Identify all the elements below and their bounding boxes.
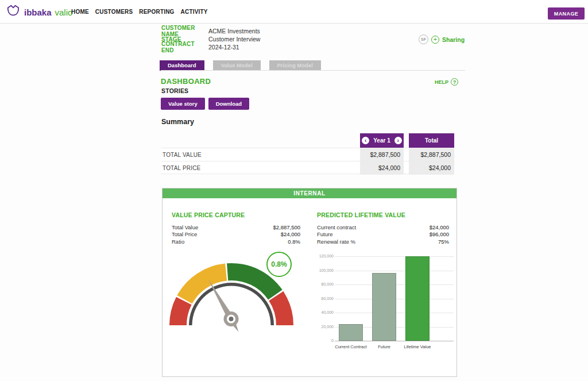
stat-ratio: Ratio 0.8% xyxy=(172,238,300,245)
customer-name-value: ACME Investments xyxy=(208,28,260,34)
stat-value: $24,000 xyxy=(430,224,449,230)
table-row-total-price: TOTAL PRICE $24,000 $24,000 xyxy=(161,161,454,174)
total-value-total: $2,887,500 xyxy=(409,148,454,161)
manage-button[interactable]: MANAGE xyxy=(548,7,585,20)
brand-name-ibbaka: ibbaka xyxy=(24,7,52,17)
help-control[interactable]: HELP ? xyxy=(435,78,458,86)
total-price-year1: $24,000 xyxy=(360,161,404,175)
value-price-capture-stats: Total Value $2,887,500 Total Price $24,0… xyxy=(172,224,300,245)
stat-label: Total Value xyxy=(172,224,198,230)
stat-label: Current contract xyxy=(317,224,356,230)
tab-dashboard[interactable]: Dashboard xyxy=(160,60,204,71)
stories-title: STORIES xyxy=(161,87,188,94)
y-axis-tick-label: 0 xyxy=(318,338,334,342)
stat-value: 0.8% xyxy=(288,238,300,245)
stat-label: Renewal rate % xyxy=(317,238,355,245)
story-buttons: Value story Download xyxy=(161,98,249,110)
gridline xyxy=(335,341,454,341)
y-axis-tick-label: 60,000 xyxy=(318,297,334,301)
contract-end-label: CONTRACT END xyxy=(161,41,208,53)
y-axis-tick-label: 40,000 xyxy=(318,310,334,314)
total-value-year1: $2,887,500 xyxy=(360,148,404,161)
predicted-lifetime-value-title: PREDICTED LIFETIME VALUE xyxy=(317,211,405,218)
contract-end-value: 2024-12-31 xyxy=(208,44,239,51)
gridline xyxy=(335,256,454,257)
stat-total-value: Total Value $2,887,500 xyxy=(172,224,300,231)
x-axis-category-label: Lifetime Value xyxy=(397,344,438,349)
stat-renewal-rate: Renewal rate % 75% xyxy=(317,238,449,245)
stage-value: Customer Interview xyxy=(208,36,260,43)
nav-activity[interactable]: ACTIVITY xyxy=(181,9,208,15)
total-value-label: TOTAL VALUE xyxy=(163,148,202,161)
brand-logo[interactable]: ibbaka valio xyxy=(6,4,72,20)
customer-info: CUSTOMER NAME ACME Investments STAGE Cus… xyxy=(161,27,260,51)
y-axis-tick-label: 120,000 xyxy=(318,254,334,258)
internal-banner: INTERNAL xyxy=(163,188,457,198)
nav-reporting[interactable]: REPORTING xyxy=(139,9,174,15)
avatar[interactable]: SF xyxy=(419,34,428,44)
bar-lifetime-value xyxy=(405,256,430,341)
tab-value-model[interactable]: Value Model xyxy=(213,60,261,71)
nav-customers[interactable]: CUSTOMERS xyxy=(95,9,133,15)
year1-column-label: Year 1 xyxy=(373,137,390,144)
add-user-icon[interactable]: + xyxy=(431,36,439,44)
bar-current-contract xyxy=(339,324,363,341)
tab-underline xyxy=(161,70,465,71)
stat-current-contract: Current contract $24,000 xyxy=(317,224,449,231)
sharing-controls: SF + Sharing xyxy=(419,34,465,44)
gridline xyxy=(335,271,454,271)
y-axis-tick-label: 80,000 xyxy=(318,282,334,286)
nav-home[interactable]: HOME xyxy=(71,9,89,15)
stat-total-price: Total Price $24,000 xyxy=(172,231,300,238)
stat-value: $2,887,500 xyxy=(273,224,300,230)
y-axis-tick-label: 100,000 xyxy=(318,268,334,272)
total-price-label: TOTAL PRICE xyxy=(163,161,200,175)
total-price-total: $24,000 xyxy=(409,161,454,175)
predicted-lifetime-value-stats: Current contract $24,000 Future $96,000 … xyxy=(317,224,449,245)
stat-future: Future $96,000 xyxy=(317,231,449,238)
summary-column-total: Total xyxy=(409,133,454,148)
value-story-button[interactable]: Value story xyxy=(161,98,205,110)
tab-pricing-model[interactable]: Pricing Model xyxy=(269,60,321,71)
tab-bar: Dashboard Value Model Pricing Model xyxy=(160,60,321,71)
total-column-label: Total xyxy=(425,137,438,144)
stat-value: $24,000 xyxy=(281,231,300,237)
app-root: ibbaka valio HOME CUSTOMERS REPORTING AC… xyxy=(0,0,588,381)
customer-name-row: CUSTOMER NAME ACME Investments xyxy=(161,27,260,35)
main-nav: HOME CUSTOMERS REPORTING ACTIVITY xyxy=(71,0,208,24)
contract-end-row: CONTRACT END 2024-12-31 xyxy=(161,43,260,51)
chevron-right-icon[interactable]: › xyxy=(394,137,402,144)
stat-value: $96,000 xyxy=(430,231,449,237)
stat-value: 75% xyxy=(438,238,449,245)
bar-chart-plot: 020,00040,00060,00080,000100,000120,000C… xyxy=(335,256,454,341)
summary-column-year1: ‹ Year 1 › xyxy=(360,133,404,148)
bar-chart: 020,00040,00060,00080,000100,000120,000C… xyxy=(318,253,455,351)
table-row-total-value: TOTAL VALUE $2,887,500 $2,887,500 xyxy=(161,148,454,161)
y-axis-tick-label: 20,000 xyxy=(318,325,334,329)
brand-name-valio: valio xyxy=(55,7,73,17)
download-button[interactable]: Download xyxy=(208,98,249,110)
ibbaka-cup-icon xyxy=(6,4,21,20)
help-label[interactable]: HELP xyxy=(435,79,448,85)
sharing-link[interactable]: Sharing xyxy=(442,36,465,43)
internal-card: INTERNAL VALUE PRICE CAPTURE Total Value… xyxy=(162,188,457,377)
gauge-value-badge: 0.8% xyxy=(266,252,292,277)
stat-label: Future xyxy=(317,231,332,237)
bar-future xyxy=(372,273,396,341)
question-mark-icon[interactable]: ? xyxy=(451,78,458,86)
chevron-left-icon[interactable]: ‹ xyxy=(362,137,369,144)
stat-label: Ratio xyxy=(172,238,184,245)
value-price-capture-title: VALUE PRICE CAPTURE xyxy=(172,211,245,218)
top-bar: ibbaka valio HOME CUSTOMERS REPORTING AC… xyxy=(0,0,588,24)
stat-label: Total Price xyxy=(172,231,197,237)
page-title: DASHBOARD xyxy=(161,77,211,86)
summary-title: Summary xyxy=(161,118,194,126)
